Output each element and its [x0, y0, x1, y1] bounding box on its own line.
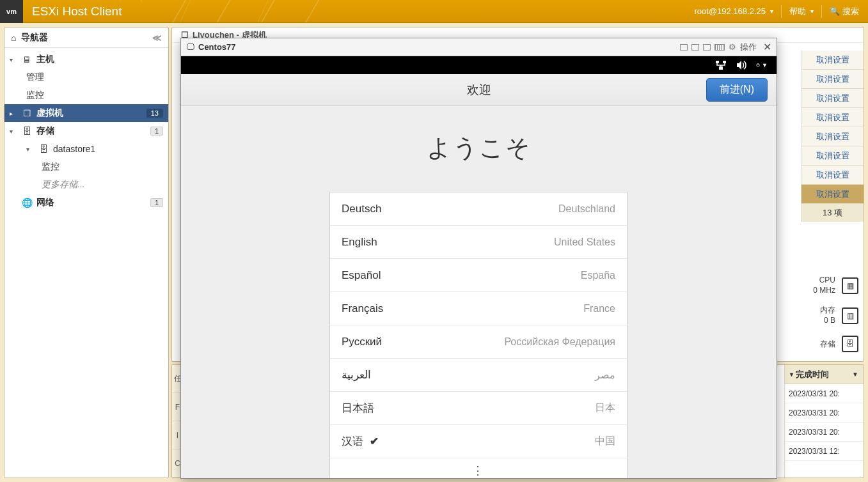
stat-cpu-value: 0 MHz — [813, 286, 835, 296]
nav-vms-label: 虚拟机 — [36, 107, 63, 119]
window-icon[interactable] — [703, 44, 711, 51]
volume-icon[interactable] — [736, 59, 747, 71]
chevron-down-icon[interactable]: ▾ — [10, 128, 17, 135]
welcome-heading: ようこそ — [181, 132, 777, 164]
language-name: 日本語 — [342, 401, 374, 416]
gear-icon[interactable]: ⚙ — [729, 42, 736, 52]
check-icon: ✔ — [370, 435, 379, 448]
cancel-button[interactable]: 取消设置 — [801, 166, 864, 185]
stat-mem-label: 内存 — [820, 306, 835, 316]
stat-memory: 内存 0 B ▥ — [788, 306, 858, 325]
vm-console-titlebar[interactable]: 🖵 Centos77 ⚙ 操作 ✕ — [181, 38, 777, 56]
language-item-russian[interactable]: Русский Российская Федерация — [330, 325, 627, 359]
language-country: 日本 — [595, 401, 615, 415]
vmware-logo: vm — [0, 0, 23, 23]
language-country: 中国 — [595, 435, 615, 448]
task-time-cell: 2023/03/31 12: — [785, 442, 864, 461]
language-country: Deutschland — [558, 203, 615, 215]
nav-storage-label: 存储 — [36, 125, 54, 137]
language-item-deutsch[interactable]: Deutsch Deutschland — [330, 192, 627, 226]
cancel-button[interactable]: 取消设置 — [801, 108, 864, 127]
nav-datastore-monitor[interactable]: 监控 — [4, 158, 168, 176]
svg-rect-1 — [723, 61, 726, 63]
nav-datastore-label: datastore1 — [53, 144, 95, 154]
nav-network-label: 网络 — [36, 197, 54, 208]
stat-cpu-label: CPU — [819, 276, 835, 286]
language-name: Español — [342, 269, 381, 282]
separator — [781, 5, 782, 18]
language-item-japanese[interactable]: 日本語 日本 — [330, 392, 627, 425]
host-icon: 🖥 — [21, 54, 33, 65]
window-icon[interactable] — [691, 44, 699, 51]
cancel-button[interactable]: 取消设置 — [801, 127, 864, 146]
nav-datastore[interactable]: ▾ 🗄 datastore1 — [4, 140, 168, 158]
window-icon[interactable] — [680, 44, 688, 51]
cancel-button[interactable]: 取消设置 — [801, 70, 864, 89]
keyboard-icon[interactable] — [714, 44, 725, 51]
nav-host[interactable]: ▾ 🖥 主机 — [4, 51, 168, 68]
svg-rect-0 — [716, 61, 719, 63]
resource-stats: CPU 0 MHz ▦ 内存 0 B ▥ 存储 🗄 — [788, 276, 858, 352]
nav-host-manage[interactable]: 管理 — [4, 68, 168, 86]
actions-column: 取消设置 取消设置 取消设置 取消设置 取消设置 取消设置 取消设置 取消设置 … — [801, 51, 864, 222]
app-header: vm ESXi Host Client root@192.168.2.25 帮助… — [0, 0, 868, 23]
cancel-button[interactable]: 取消设置 — [801, 51, 864, 70]
next-button[interactable]: 前进(N) — [706, 78, 768, 102]
nav-host-monitor-label: 监控 — [26, 89, 44, 101]
network-icon: 🌐 — [21, 198, 33, 208]
cancel-button[interactable]: 取消设置 — [801, 146, 864, 166]
chevron-right-icon[interactable]: ▸ — [10, 110, 17, 117]
nav-storage-more[interactable]: 更多存储... — [4, 176, 168, 194]
chevron-down-icon[interactable]: ▾ — [10, 56, 17, 63]
language-name: 汉语 — [342, 434, 363, 449]
chevron-down-icon: ▾ — [790, 371, 793, 378]
language-item-arabic[interactable]: العربية مصر — [330, 359, 627, 392]
nav-vms[interactable]: ▸ ☐ 虚拟机 13 — [4, 104, 168, 122]
nav-host-monitor[interactable]: 监控 — [4, 86, 168, 104]
network-icon[interactable] — [715, 59, 727, 71]
language-item-francais[interactable]: Français France — [330, 292, 627, 325]
vm-console-content: ようこそ Deutsch Deutschland English United … — [181, 106, 777, 478]
language-item-english[interactable]: English United States — [330, 226, 627, 259]
nav-vms-count: 13 — [146, 109, 163, 118]
chevron-down-icon[interactable]: ▾ — [26, 146, 34, 153]
vm-welcome-bar: 欢迎 前进(N) — [181, 74, 777, 106]
language-name: Français — [342, 302, 383, 315]
nav-host-label: 主机 — [36, 54, 54, 65]
cpu-icon: ▦ — [842, 277, 858, 294]
search-box[interactable]: 🔍 搜索 — [830, 6, 859, 17]
separator — [821, 5, 822, 18]
caret-down-icon: ▼ — [762, 62, 768, 68]
nav-network-count: 1 — [150, 198, 163, 207]
language-item-espanol[interactable]: Español España — [330, 259, 627, 292]
tasks-complete-header[interactable]: ▾ 完成时间 ▼ — [785, 365, 864, 384]
vm-guest-topbar: ▼ — [181, 56, 777, 74]
power-icon[interactable]: ▼ — [756, 59, 768, 71]
cancel-button[interactable]: 取消设置 — [801, 185, 864, 204]
language-country: Российская Федерация — [504, 336, 615, 348]
user-label: root@192.168.2.25 — [694, 6, 766, 16]
collapse-icon[interactable]: ≪ — [152, 33, 162, 43]
stat-mem-value: 0 B — [824, 316, 835, 326]
svg-rect-2 — [719, 66, 723, 70]
user-menu[interactable]: root@192.168.2.25 — [694, 6, 773, 16]
nav-storage-count: 1 — [150, 127, 163, 136]
nav-network[interactable]: ▾ 🌐 网络 1 — [4, 194, 168, 212]
language-name: Русский — [342, 336, 382, 348]
stat-storage: 存储 🗄 — [788, 336, 858, 352]
nav-host-manage-label: 管理 — [26, 72, 44, 83]
nav-tree: ▾ 🖥 主机 管理 监控 ▸ ☐ 虚拟机 13 ▾ 🗄 存储 1 — [4, 48, 168, 214]
language-name: English — [342, 236, 377, 249]
language-name: Deutsch — [342, 203, 381, 215]
help-label: 帮助 — [789, 6, 806, 17]
nav-storage[interactable]: ▾ 🗄 存储 1 — [4, 122, 168, 140]
search-placeholder: 搜索 — [842, 6, 859, 17]
vm-actions-label[interactable]: 操作 — [740, 42, 757, 53]
cancel-button[interactable]: 取消设置 — [801, 89, 864, 108]
language-more-icon[interactable]: ⋮ — [330, 458, 627, 478]
tasks-complete-header-label: 完成时间 — [796, 369, 829, 380]
close-icon[interactable]: ✕ — [763, 41, 771, 53]
language-name: العربية — [342, 368, 371, 382]
language-item-chinese[interactable]: 汉语 ✔ 中国 — [330, 425, 627, 458]
help-menu[interactable]: 帮助 — [789, 6, 814, 17]
